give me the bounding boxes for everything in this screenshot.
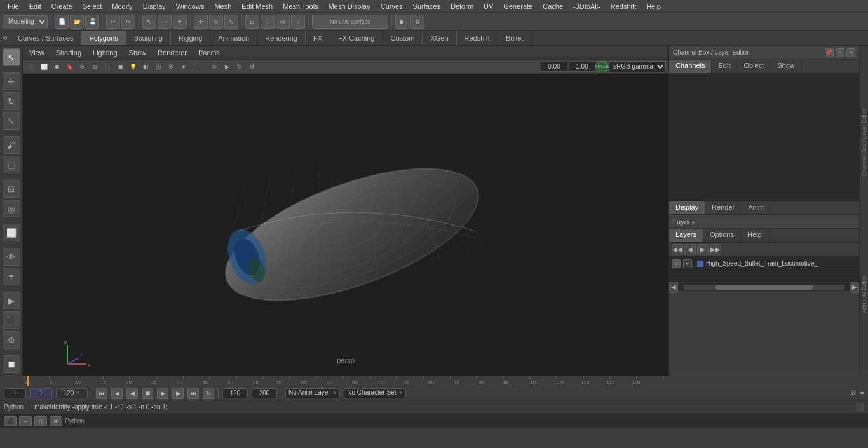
show-hide-btn[interactable]: 👁 xyxy=(3,248,20,266)
side-tab-attribute-editor[interactable]: Attribute Editor xyxy=(861,275,867,313)
scale-tool-btn[interactable]: ⤡ xyxy=(224,15,238,29)
vp-anim-btn[interactable]: ▶ xyxy=(221,61,233,72)
menu-help[interactable]: Help xyxy=(641,1,666,11)
playback-end-input[interactable] xyxy=(222,388,248,398)
scroll-left-btn[interactable]: ◀ xyxy=(669,282,678,293)
side-tab-channel-box[interactable]: Channel Box / Layer Editor xyxy=(861,108,867,177)
rotate-mode-btn[interactable]: ↻ xyxy=(3,92,20,110)
isolate-select-btn[interactable]: ⬜ xyxy=(3,224,20,241)
gamma-select[interactable]: sRGB gamma xyxy=(608,61,666,72)
menu-generate[interactable]: Generate xyxy=(498,1,538,11)
snap-grid-btn[interactable]: ⊞ xyxy=(245,15,259,29)
vp-grid-btn[interactable]: ⊞ xyxy=(89,61,100,72)
menu-edit-mesh[interactable]: Edit Mesh xyxy=(236,1,278,11)
render-btn[interactable]: ▶ xyxy=(395,15,409,29)
vp-loop-btn[interactable]: ↻ xyxy=(234,61,245,72)
layer-next2-btn[interactable]: ▶▶ xyxy=(710,244,721,255)
vp-xray-btn[interactable]: ◫ xyxy=(153,61,164,72)
tab-rendering[interactable]: Rendering xyxy=(257,31,306,45)
vp-iso-btn[interactable]: ◎ xyxy=(208,61,220,72)
layer-next-btn[interactable]: ▶ xyxy=(697,244,709,255)
ch-tab-edit[interactable]: Edit xyxy=(712,60,737,73)
step-back-btn[interactable]: ◀ xyxy=(111,388,123,399)
char-set-dropdown[interactable]: No Character Set ▼ xyxy=(344,388,406,398)
menu-mesh-tools[interactable]: Mesh Tools xyxy=(278,1,323,11)
cb-pin-btn[interactable]: 📌 xyxy=(825,48,834,57)
cb-minimize-btn[interactable]: − xyxy=(836,48,844,57)
layer-prev-btn[interactable]: ◀◀ xyxy=(672,244,683,255)
vp-record-btn[interactable]: ⏺ xyxy=(51,61,62,72)
menu-surfaces[interactable]: Surfaces xyxy=(408,1,445,11)
move-tool-btn[interactable]: ✛ xyxy=(194,15,208,29)
vp-shadow-btn[interactable]: ◧ xyxy=(140,61,151,72)
anim-preferences-icon[interactable]: ⚙ xyxy=(850,389,857,397)
footer-window-icon[interactable]: ⬛ xyxy=(4,416,17,426)
move-mode-btn[interactable]: ✛ xyxy=(3,72,20,90)
goto-end-btn[interactable]: ⏭ xyxy=(187,388,199,399)
lasso-tool-btn[interactable]: ⬚ xyxy=(158,15,172,29)
vp-loop2-btn[interactable]: ↺ xyxy=(247,61,258,72)
script-editor-icon[interactable]: ⬛ xyxy=(855,403,864,411)
menu-windows[interactable]: Windows xyxy=(171,1,210,11)
viewport-menu-shading[interactable]: Shading xyxy=(53,48,84,58)
viewport-menu-view[interactable]: View xyxy=(27,48,47,58)
channel-box-lt-btn[interactable]: ⬛ xyxy=(3,311,20,329)
tab-fx-caching[interactable]: FX Caching xyxy=(330,31,383,45)
tab-rigging[interactable]: Rigging xyxy=(171,31,210,45)
tool-settings-btn[interactable]: ⚙ xyxy=(3,331,20,349)
tab-sculpting[interactable]: Sculpting xyxy=(126,31,171,45)
tab-curves-surfaces[interactable]: Curves / Surfaces xyxy=(10,31,81,45)
display-tab-display[interactable]: Display xyxy=(669,201,705,214)
render-region-btn[interactable]: ▶ xyxy=(3,292,20,309)
tab-fx[interactable]: FX xyxy=(306,31,330,45)
tab-polygons[interactable]: Polygons xyxy=(81,31,126,45)
menu-redshift[interactable]: Redshift xyxy=(606,1,641,11)
display-layers-btn[interactable]: ≡ xyxy=(3,268,20,285)
step-fwd-btn[interactable]: ▶ xyxy=(172,388,184,399)
vp-camera-btn[interactable]: 🎥 xyxy=(25,61,37,72)
goto-start-btn[interactable]: ⏮ xyxy=(96,388,107,399)
layers-scrollbar[interactable]: ◀ ▶ xyxy=(669,282,859,291)
menu-display[interactable]: Display xyxy=(138,1,171,11)
scroll-track[interactable] xyxy=(683,285,845,290)
scroll-right-btn[interactable]: ▶ xyxy=(850,282,859,293)
tab-bullet[interactable]: Bullet xyxy=(498,31,532,45)
vp-wire-btn[interactable]: ⬚ xyxy=(102,61,113,72)
new-scene-btn[interactable]: 📄 xyxy=(55,15,69,29)
layer-tab-layers[interactable]: Layers xyxy=(669,229,703,242)
rotate-tool-btn[interactable]: ↻ xyxy=(209,15,223,29)
tab-redshift[interactable]: Redshift xyxy=(457,31,498,45)
snap-surface-btn[interactable]: ⬦ xyxy=(291,15,305,29)
menu-3dtoall[interactable]: -3DtoAll- xyxy=(568,1,606,11)
play-back-btn[interactable]: ◀ xyxy=(126,388,138,399)
viewport-val2[interactable] xyxy=(569,62,595,72)
stop-btn[interactable]: ⏹ xyxy=(142,388,153,399)
range-slider-icon[interactable]: ≡ xyxy=(860,390,864,397)
snap-point-lt-btn[interactable]: ◎ xyxy=(3,200,20,217)
vp-fog-btn[interactable]: 🌫 xyxy=(165,61,177,72)
play-fwd-btn[interactable]: ▶ xyxy=(157,388,168,399)
tab-custom[interactable]: Custom xyxy=(383,31,423,45)
footer-close-btn[interactable]: ✕ xyxy=(50,416,62,426)
layer-prev2-btn[interactable]: ◀ xyxy=(684,244,696,255)
snap-grid-lt-btn[interactable]: ⊞ xyxy=(3,180,20,198)
menu-file[interactable]: File xyxy=(3,1,24,11)
menu-select[interactable]: Select xyxy=(78,1,107,11)
anim-layer-dropdown[interactable]: No Anim Layer ▼ xyxy=(285,388,340,398)
save-scene-btn[interactable]: 💾 xyxy=(85,15,99,29)
vp-smooth-btn[interactable]: ◼ xyxy=(114,61,126,72)
render-settings-btn[interactable]: ⚙ xyxy=(410,15,424,29)
snap-curve-btn[interactable]: ⌇ xyxy=(261,15,275,29)
select-mode-btn[interactable]: ↖ xyxy=(3,48,20,66)
tab-animation[interactable]: Animation xyxy=(210,31,257,45)
menu-mesh-display[interactable]: Mesh Display xyxy=(323,1,376,11)
viewport-menu-lighting[interactable]: Lighting xyxy=(90,48,120,58)
viewport-canvas[interactable]: x y z persp xyxy=(23,74,668,376)
open-scene-btn[interactable]: 📂 xyxy=(70,15,84,29)
viewport-val1[interactable] xyxy=(541,62,567,72)
menu-curves[interactable]: Curves xyxy=(376,1,408,11)
vp-hud-btn[interactable]: ⬛ xyxy=(191,61,202,72)
redo-btn[interactable]: ↪ xyxy=(121,15,135,29)
playback-speed-input[interactable]: 120 ▼ xyxy=(56,388,88,398)
command-line[interactable]: makeIdentity -apply true -t 1 -r 1 -s 1 … xyxy=(34,404,850,411)
